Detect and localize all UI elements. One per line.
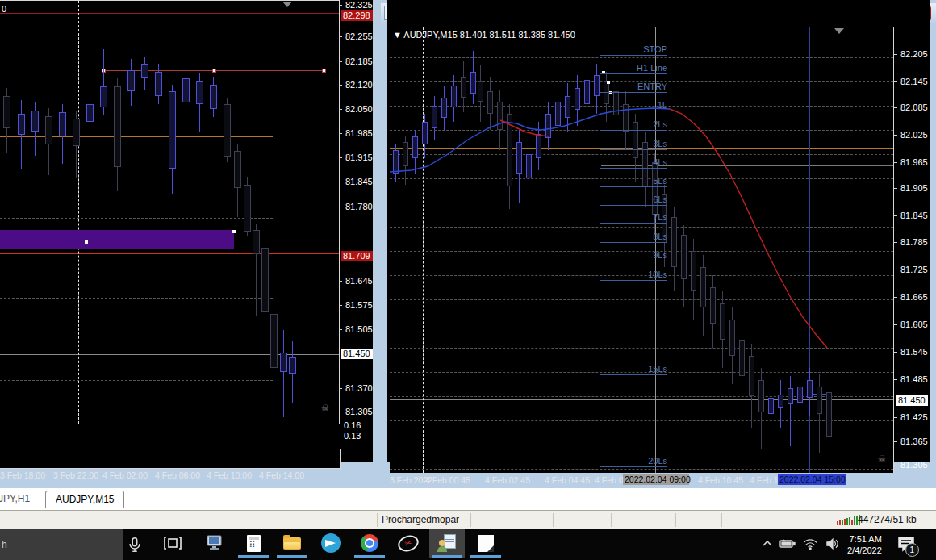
level-line-entry[interactable] xyxy=(600,92,667,93)
candlestick xyxy=(196,81,203,104)
level-line-6ls[interactable] xyxy=(600,205,667,206)
level-label-2ls[interactable]: 2Ls xyxy=(595,119,667,129)
level-line-8ls[interactable] xyxy=(600,242,667,243)
axis-tick-mark xyxy=(894,270,897,270)
battery-icon[interactable] xyxy=(779,539,796,550)
axis-tick-mark xyxy=(894,107,897,108)
left-chart-indicator-subwindow xyxy=(0,449,341,469)
level-label-h1-line[interactable]: H1 Line xyxy=(595,63,667,73)
current-price-line[interactable] xyxy=(0,354,339,355)
level-line-15ls[interactable] xyxy=(600,374,667,375)
level-line-h1-line[interactable] xyxy=(600,73,667,74)
level-label-7ls[interactable]: 7Ls xyxy=(595,212,667,222)
orange-pivot-line[interactable] xyxy=(0,136,273,137)
level-line-4ls[interactable] xyxy=(600,168,667,169)
axis-tick-mark xyxy=(339,388,342,389)
candlestick xyxy=(565,96,570,118)
level-label-8ls[interactable]: 8Ls xyxy=(595,232,667,241)
level-label-4ls[interactable]: 4Ls xyxy=(595,157,667,167)
level-line-10ls[interactable] xyxy=(600,280,667,281)
alert-line-81709[interactable] xyxy=(0,253,339,254)
right-chart-time-axis[interactable]: 3 Feb 20224 Feb 00:454 Feb 02:454 Feb 04… xyxy=(390,474,930,487)
time-axis-label: 3 Feb 22:00 xyxy=(53,470,98,480)
left-chart-price-axis[interactable]: 82.32582.25582.18582.12082.05081.98581.9… xyxy=(339,0,373,442)
level-line-5ls[interactable] xyxy=(600,186,667,187)
period-separator[interactable] xyxy=(423,27,424,473)
candlestick xyxy=(681,235,687,279)
left-chart-plot-area[interactable]: ☠0 xyxy=(0,0,340,424)
level-label-3ls[interactable]: 3Ls xyxy=(595,139,667,148)
notification-badge: 1 xyxy=(905,543,919,557)
notepad-taskbar-button[interactable] xyxy=(468,529,504,558)
level-line-7ls[interactable] xyxy=(600,223,667,224)
scroll-marker-icon[interactable] xyxy=(282,2,292,7)
axis-tick-mark xyxy=(339,85,342,86)
level-line-2ls[interactable] xyxy=(600,130,667,131)
level-label-6ls[interactable]: 6Ls xyxy=(595,194,667,204)
chart-tab-bar: JPY,H1 AUDJPY,M15 xyxy=(0,487,936,511)
axis-tick-mark xyxy=(894,417,897,418)
scroll-marker-icon[interactable] xyxy=(834,28,844,34)
object-anchor-dot[interactable] xyxy=(232,230,236,233)
axis-tick-label: 82.205 xyxy=(900,49,928,59)
trendline-handle[interactable] xyxy=(212,69,216,73)
search-input[interactable]: h xyxy=(0,529,123,560)
axis-tick-label: 81.845 xyxy=(345,177,373,186)
resistance-line-82298[interactable] xyxy=(0,13,339,14)
level-label-9ls[interactable]: 9Ls xyxy=(595,250,667,260)
level-label-10ls[interactable]: 10Ls xyxy=(595,270,667,279)
axis-tick-label: 81.845 xyxy=(900,211,928,220)
microphone-icon[interactable] xyxy=(126,535,144,556)
wifi-icon[interactable] xyxy=(802,537,818,552)
snipping-tool-taskbar-button[interactable]: ✂ xyxy=(391,529,426,558)
level-label-1l[interactable]: 1L xyxy=(595,100,667,110)
level-label-15ls[interactable]: 15Ls xyxy=(595,364,667,374)
axis-tick-label: 81.305 xyxy=(345,407,373,416)
task-view-button[interactable] xyxy=(155,529,190,558)
my-computer-taskbar-button[interactable] xyxy=(197,529,232,558)
running-app-indicator xyxy=(354,555,385,558)
axis-tick-mark xyxy=(339,305,342,306)
calculator-taskbar-button[interactable] xyxy=(236,529,271,558)
tray-chevron-icon[interactable] xyxy=(762,540,773,550)
level-line-20ls[interactable] xyxy=(600,466,667,467)
time-axis-label: 4 Feb 10:45 xyxy=(698,475,743,485)
level-line-3ls[interactable] xyxy=(600,149,667,150)
tab-audjpy-m15[interactable]: AUDJPY,M15 xyxy=(45,491,124,508)
telegram-taskbar-button[interactable] xyxy=(313,529,349,558)
snipping-tool-icon: ✂ xyxy=(398,536,419,551)
candlestick xyxy=(671,217,677,267)
level-label-stop[interactable]: STOP xyxy=(595,44,667,54)
ohlc-text-fragment: 0 xyxy=(2,4,6,14)
taskbar-clock[interactable]: 7:51 AM 2/4/2022 xyxy=(847,533,882,556)
chrome-taskbar-button[interactable] xyxy=(352,529,387,558)
left-chart-time-axis[interactable]: 3 Feb 18:003 Feb 22:004 Feb 02:004 Feb 0… xyxy=(0,469,371,483)
level-label-5ls[interactable]: 5Ls xyxy=(595,176,667,186)
metatrader-taskbar-button[interactable] xyxy=(429,529,465,558)
candlestick xyxy=(758,380,764,412)
action-center-button[interactable]: 1 xyxy=(896,535,916,554)
time-axis-label: 4 Feb 04:45 xyxy=(545,475,590,485)
right-chart-price-axis[interactable]: 82.20582.14582.08582.02581.96581.90581.8… xyxy=(894,27,930,472)
level-line-9ls[interactable] xyxy=(600,261,667,261)
level-line-stop[interactable] xyxy=(600,55,667,56)
candlestick xyxy=(555,102,561,126)
right-chart-plot-area[interactable]: ☠STOPH1 LineENTRY1L2Ls3Ls4Ls5Ls6Ls7Ls8Ls… xyxy=(390,27,894,473)
axis-tick-label: 81.785 xyxy=(900,237,928,247)
level-label-entry[interactable]: ENTRY xyxy=(595,81,667,91)
grid-line xyxy=(390,227,893,228)
candlestick xyxy=(280,353,287,372)
status-divider xyxy=(721,513,722,527)
object-anchor-dot[interactable] xyxy=(85,240,88,244)
level-line-1l[interactable] xyxy=(600,111,667,111)
time-axis-label: 4 Feb 14:00 xyxy=(259,470,304,480)
level-label-20ls[interactable]: 20Ls xyxy=(595,456,667,466)
supply-zone-rectangle[interactable] xyxy=(0,230,234,249)
axis-tick-mark xyxy=(339,207,342,207)
axis-tick-label: 82.145 xyxy=(900,77,928,86)
tab-audjpy-h1[interactable]: JPY,H1 xyxy=(0,491,40,507)
speaker-icon[interactable] xyxy=(825,537,841,552)
file-explorer-taskbar-button[interactable] xyxy=(274,529,310,558)
period-separator[interactable] xyxy=(78,1,79,424)
trendline-handle[interactable] xyxy=(322,69,326,73)
